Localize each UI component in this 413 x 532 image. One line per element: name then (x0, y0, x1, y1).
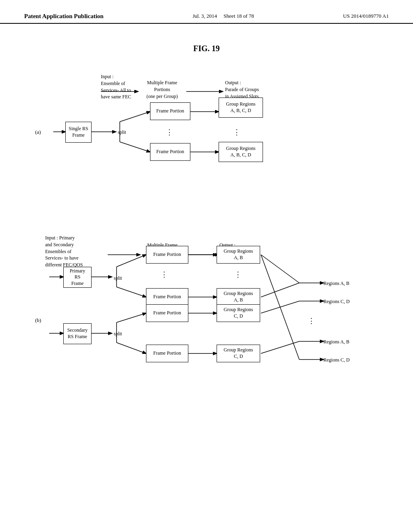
svg-line-5 (120, 142, 150, 152)
group-regions-bottom-a: Group Regions A, B, C, D (219, 142, 263, 162)
group-regions-top-a: Group Regions A, B, C, D (219, 98, 263, 118)
svg-text:⋮: ⋮ (166, 128, 173, 136)
diagram: ⋮ ⋮ (a) Input : Ensemble of Services- Al… (33, 69, 380, 376)
group-regions-s1: Group Regions C, D (217, 304, 260, 322)
svg-line-29 (261, 301, 299, 313)
svg-line-4 (120, 112, 150, 122)
section-a-split: split (118, 129, 126, 136)
frame-portion-s2: Frame Portion (146, 345, 188, 362)
regions-cd-bottom: Regions C, D (323, 357, 350, 364)
split-secondary: split (114, 330, 122, 337)
section-b-label: (b) (35, 317, 41, 324)
sheet-number: Sheet 18 of 78 (223, 13, 254, 19)
split-primary: split (114, 275, 122, 282)
frame-portion-s1: Frame Portion (146, 304, 188, 322)
frame-portion-p1: Frame Portion (146, 246, 188, 264)
svg-text:⋮: ⋮ (308, 317, 315, 325)
group-regions-p2: Group Regions A, B (217, 288, 260, 306)
svg-text:⋮: ⋮ (234, 270, 242, 278)
publication-title: Patent Application Publication (24, 13, 104, 20)
regions-cd-top: Regions C, D (323, 298, 350, 305)
group-regions-p1: Group Regions A, B (217, 246, 260, 264)
section-a-middle: Multiple Frame Portions (one per Group) (142, 79, 182, 100)
regions-ab-top: Regions A, B (323, 280, 349, 287)
figure-title: FIG. 19 (24, 44, 389, 53)
main-content: FIG. 19 (0, 24, 413, 384)
section-a: ⋮ ⋮ (a) Input : Ensemble of Services- Al… (33, 69, 380, 194)
frame-portion-bottom-a: Frame Portion (150, 143, 190, 161)
svg-line-27 (261, 255, 299, 283)
svg-line-21 (117, 313, 146, 322)
publication-date: Jul. 3, 2014 (192, 13, 217, 19)
frame-portion-p2: Frame Portion (146, 288, 188, 306)
svg-line-34 (261, 255, 299, 360)
section-a-output: Output : Parade of Groups in Assigned Sl… (225, 79, 269, 100)
frame-portion-top-a: Frame Portion (150, 102, 190, 120)
section-a-input: Input : Ensemble of Services- All to hav… (101, 73, 135, 100)
svg-line-30 (261, 341, 299, 353)
secondary-rs-frame-box: Secondary RS Frame (63, 323, 92, 344)
page-header: Patent Application Publication Jul. 3, 2… (0, 0, 413, 24)
section-b-input: Input : Primary and Secondary Ensembles … (45, 235, 102, 268)
single-rs-frame-box: Single RS Frame (65, 122, 92, 143)
svg-line-22 (117, 343, 146, 353)
svg-text:⋮: ⋮ (161, 270, 168, 278)
header-center: Jul. 3, 2014 Sheet 18 of 78 (192, 13, 254, 19)
section-a-label: (a) (35, 129, 41, 135)
svg-line-17 (117, 287, 146, 297)
section-b: ⋮ ⋮ ⋮ (b) Input : Primary and Secondary … (33, 214, 380, 376)
patent-number: US 2014/0189770 A1 (343, 13, 389, 19)
primary-rs-frame-box: Primary RS Frame (63, 267, 92, 288)
regions-ab-bottom: Regions A, B (323, 339, 349, 345)
svg-line-28 (261, 283, 299, 297)
group-regions-s2: Group Regions C, D (217, 345, 260, 362)
svg-text:⋮: ⋮ (233, 128, 240, 136)
